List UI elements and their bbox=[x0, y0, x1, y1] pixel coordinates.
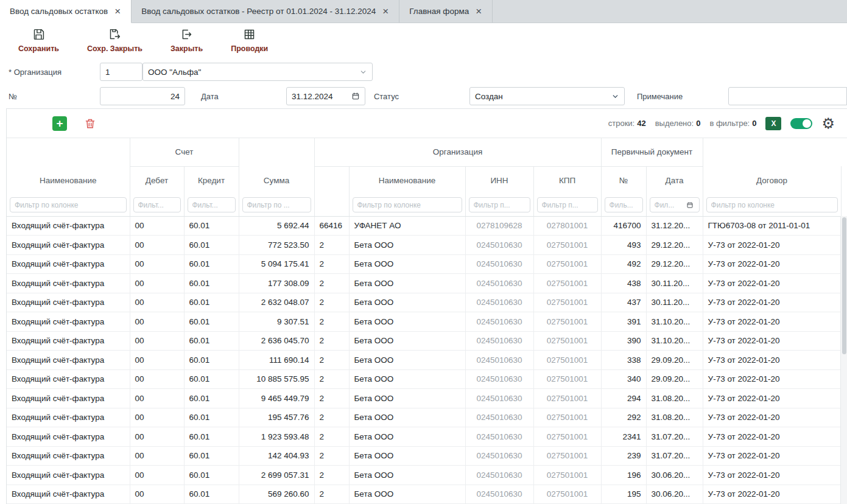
rows-stat: строки: 42 bbox=[608, 119, 646, 128]
number-input[interactable] bbox=[100, 87, 185, 105]
calendar-icon bbox=[351, 92, 360, 100]
postings-button[interactable]: Проводки bbox=[231, 28, 268, 53]
table-cell: 9 307.51 bbox=[239, 312, 314, 332]
table-row[interactable]: Входящий счёт-фактура0060.015 692.446641… bbox=[7, 216, 841, 236]
col-header-inn[interactable]: ИНН bbox=[465, 166, 533, 194]
filter-debit-input[interactable] bbox=[133, 197, 181, 212]
table-row[interactable]: Входящий счёт-фактура0060.012 699 057.31… bbox=[7, 466, 841, 485]
save-button[interactable]: Сохранить bbox=[18, 28, 59, 53]
table-cell: Входящий счёт-фактура bbox=[7, 389, 130, 408]
table-cell: 30.11.20... bbox=[646, 293, 703, 312]
scrollbar-thumb[interactable] bbox=[842, 217, 846, 354]
table-cell: У-73 от 2022-01-20 bbox=[703, 427, 841, 447]
table-cell: 2 636 045.70 bbox=[239, 331, 314, 351]
export-excel-button[interactable]: X bbox=[765, 117, 781, 130]
table-cell: 00 bbox=[130, 331, 184, 351]
date-input[interactable]: 31.12.2024 bbox=[286, 87, 365, 105]
table-cell: 027501001 bbox=[533, 427, 601, 447]
table-row[interactable]: Входящий счёт-фактура0060.015 094 175.41… bbox=[7, 254, 841, 274]
table-row[interactable]: Входящий счёт-фактура0060.01569 260.602Б… bbox=[7, 485, 841, 504]
close-button[interactable]: Закрыть bbox=[170, 28, 203, 53]
table-cell: 2 bbox=[314, 236, 349, 255]
delete-row-button[interactable] bbox=[84, 117, 96, 130]
table-cell: 60.01 bbox=[184, 485, 239, 504]
table-row[interactable]: Входящий счёт-фактура0060.019 465 449.79… bbox=[7, 389, 841, 408]
table-row[interactable]: Входящий счёт-фактура0060.0110 885 575.9… bbox=[7, 369, 841, 389]
table-cell: 0278109628 bbox=[465, 216, 533, 236]
tab-main-form[interactable]: Главная форма × bbox=[399, 0, 493, 23]
filter-org-name-input[interactable] bbox=[353, 197, 462, 212]
table-cell: Входящий счёт-фактура bbox=[7, 485, 130, 504]
table-cell: 30.06.20... bbox=[646, 485, 703, 504]
filter-name-input[interactable] bbox=[10, 197, 127, 212]
close-icon[interactable]: × bbox=[475, 6, 482, 16]
table-cell: У-73 от 2022-01-20 bbox=[703, 236, 841, 255]
note-input[interactable] bbox=[728, 87, 847, 105]
col-header-kpp[interactable]: КПП bbox=[533, 166, 601, 194]
table-row[interactable]: Входящий счёт-фактура0060.01111 690.142Б… bbox=[7, 351, 841, 370]
filter-kpp-input[interactable] bbox=[537, 197, 598, 212]
form-row-document: № Дата 31.12.2024 Статус Создан Примечан… bbox=[0, 84, 847, 108]
close-icon[interactable]: × bbox=[114, 6, 121, 16]
trash-icon bbox=[84, 117, 96, 130]
table-row[interactable]: Входящий счёт-фактура0060.019 307.512Бет… bbox=[7, 312, 841, 332]
organization-code-input[interactable] bbox=[100, 63, 142, 81]
table-row[interactable]: Входящий счёт-фактура0060.012 632 048.07… bbox=[7, 293, 841, 312]
table-row[interactable]: Входящий счёт-фактура0060.01142 404.932Б… bbox=[7, 446, 841, 466]
col-header-debit[interactable]: Дебет bbox=[130, 166, 184, 194]
table-cell: У-73 от 2022-01-20 bbox=[703, 312, 841, 332]
table-cell: 31.08.20... bbox=[646, 408, 703, 427]
table-cell: 391 bbox=[601, 312, 646, 332]
table-cell: 0245010630 bbox=[465, 485, 533, 504]
table-cell: 60.01 bbox=[184, 331, 239, 351]
column-header-row: Наименование Дебет Кредит Сумма Наименов… bbox=[7, 166, 841, 194]
gear-icon[interactable]: ⚙ bbox=[821, 116, 835, 131]
save-close-button[interactable]: Сохр. Закрыть bbox=[87, 28, 142, 53]
filter-doc-num-input[interactable] bbox=[605, 197, 643, 212]
status-select[interactable]: Создан bbox=[469, 87, 625, 105]
col-header-credit[interactable]: Кредит bbox=[184, 166, 239, 194]
close-doc-icon bbox=[180, 28, 193, 43]
close-icon[interactable]: × bbox=[382, 6, 389, 16]
table-cell: Входящий счёт-фактура bbox=[7, 446, 130, 466]
filter-row bbox=[7, 194, 841, 216]
table-cell: 027801001 bbox=[533, 216, 601, 236]
organization-select[interactable]: ООО "Альфа" bbox=[142, 63, 373, 81]
filter-inn-input[interactable] bbox=[469, 197, 530, 212]
col-header-name[interactable]: Наименование bbox=[7, 166, 130, 194]
table-cell: 31.10.20... bbox=[646, 312, 703, 332]
table-cell: 00 bbox=[130, 293, 184, 312]
table-cell: 00 bbox=[130, 216, 184, 236]
in-filter-stat: в фильтре: 0 bbox=[709, 119, 756, 128]
chevron-down-icon bbox=[611, 93, 619, 100]
table-row[interactable]: Входящий счёт-фактура0060.011 923 593.48… bbox=[7, 427, 841, 447]
table-row[interactable]: Входящий счёт-фактура0060.01195 457.762Б… bbox=[7, 408, 841, 427]
filter-credit-input[interactable] bbox=[188, 197, 236, 212]
col-header-org-name[interactable]: Наименование bbox=[349, 166, 465, 194]
col-header-sum[interactable]: Сумма bbox=[239, 166, 314, 194]
col-header-org-code[interactable] bbox=[314, 166, 349, 194]
filter-toggle[interactable] bbox=[790, 118, 812, 129]
table-cell: Входящий счёт-фактура bbox=[7, 369, 130, 389]
table-cell: 2 bbox=[314, 446, 349, 466]
col-header-contract[interactable]: Договор bbox=[703, 166, 841, 194]
table-row[interactable]: Входящий счёт-фактура0060.01772 523.502Б… bbox=[7, 236, 841, 255]
col-header-doc-num[interactable]: № bbox=[601, 166, 646, 194]
tab-balance-entry[interactable]: Ввод сальдовых остатков × bbox=[0, 0, 132, 23]
table-cell: 00 bbox=[130, 312, 184, 332]
col-header-doc-date[interactable]: Дата bbox=[646, 166, 703, 194]
table-row[interactable]: Входящий счёт-фактура0060.01177 308.092Б… bbox=[7, 274, 841, 293]
table-cell: 00 bbox=[130, 427, 184, 447]
table-cell: 29.09.20... bbox=[646, 351, 703, 370]
table-cell: 0245010630 bbox=[465, 466, 533, 485]
table-row[interactable]: Входящий счёт-фактура0060.012 636 045.70… bbox=[7, 331, 841, 351]
tab-registry[interactable]: Ввод сальдовых остатков - Реестр от 01.0… bbox=[132, 0, 399, 23]
add-row-button[interactable]: + bbox=[52, 116, 67, 131]
table-cell: 027501001 bbox=[533, 369, 601, 389]
table-cell: 0245010630 bbox=[465, 274, 533, 293]
filter-contract-input[interactable] bbox=[706, 197, 838, 212]
vertical-scrollbar[interactable] bbox=[840, 216, 847, 504]
table-cell: 00 bbox=[130, 389, 184, 408]
grid-toolbar-right: строки: 42 выделено: 0 в фильтре: 0 X ⚙ bbox=[608, 116, 835, 131]
filter-sum-input[interactable] bbox=[242, 197, 311, 212]
